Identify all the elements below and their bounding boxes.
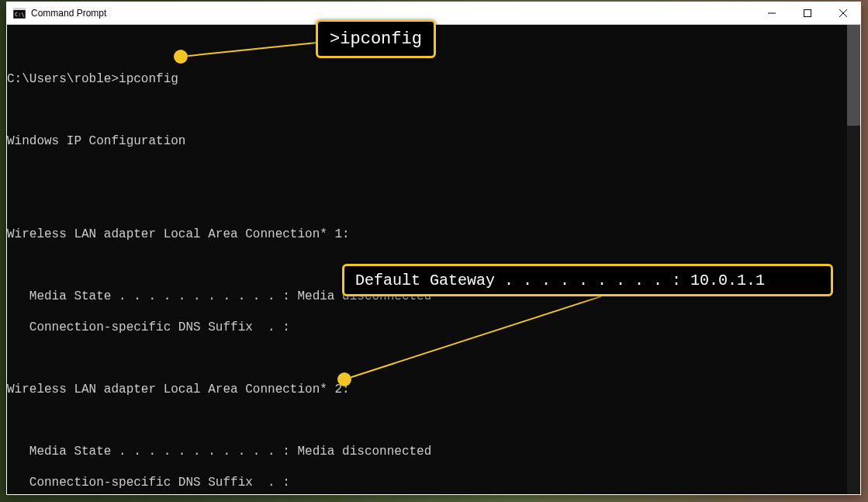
close-button[interactable] (825, 2, 861, 24)
term-line: Media State . . . . . . . . . . . : Medi… (7, 444, 847, 459)
scrollbar-thumb[interactable] (847, 25, 860, 126)
terminal-output: C:\Users\roble>ipconfig Windows IP Confi… (7, 25, 847, 494)
console-surface[interactable]: C:\Users\roble>ipconfig Windows IP Confi… (7, 25, 860, 494)
annotation-dot-icon (337, 372, 351, 386)
vertical-scrollbar[interactable] (847, 25, 860, 494)
cmd-icon: C:\ (13, 8, 26, 19)
callout-text: >ipconfig (330, 29, 422, 49)
term-line-prompt: C:\Users\roble>ipconfig (7, 71, 847, 87)
term-line: Wireless LAN adapter Local Area Connecti… (7, 227, 847, 242)
command-prompt-window: C:\ Command Prompt C:\Users\roble>ipconf… (6, 2, 861, 495)
window-controls (754, 2, 861, 24)
svg-text:C:\: C:\ (15, 12, 25, 18)
callout-ipconfig: >ipconfig (316, 19, 436, 58)
callout-default-gateway: Default Gateway . . . . . . . . . : 10.0… (342, 264, 833, 296)
annotation-dot-icon (174, 50, 188, 64)
term-line (7, 196, 847, 211)
term-line (7, 351, 847, 366)
svg-rect-1 (13, 8, 26, 10)
window-title: Command Prompt (31, 8, 106, 19)
term-line: Windows IP Configuration (7, 133, 847, 149)
callout-text: Default Gateway . . . . . . . . . : 10.0… (355, 272, 765, 289)
client-area: C:\Users\roble>ipconfig Windows IP Confi… (6, 25, 861, 495)
term-line: Connection-specific DNS Suffix . : (7, 320, 847, 335)
minimize-button[interactable] (754, 2, 790, 24)
term-line (7, 102, 847, 118)
svg-rect-4 (804, 9, 811, 16)
term-line (7, 164, 847, 180)
term-line (7, 413, 847, 428)
term-line: Wireless LAN adapter Local Area Connecti… (7, 382, 847, 397)
term-line: Connection-specific DNS Suffix . : (7, 475, 847, 490)
maximize-button[interactable] (790, 2, 825, 24)
